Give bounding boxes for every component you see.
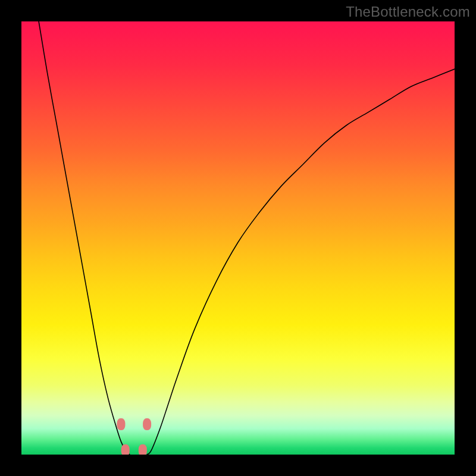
data-marker — [139, 444, 147, 455]
marker-group — [117, 418, 151, 455]
chart-container: TheBottleneck.com — [0, 0, 476, 476]
left-branch-curve — [39, 21, 130, 455]
data-marker — [143, 418, 151, 430]
data-marker — [121, 444, 130, 455]
data-marker — [117, 418, 125, 430]
watermark-text: TheBottleneck.com — [346, 4, 470, 20]
plot-area — [21, 21, 455, 455]
right-branch-curve — [147, 69, 455, 455]
curve-layer — [21, 21, 455, 455]
